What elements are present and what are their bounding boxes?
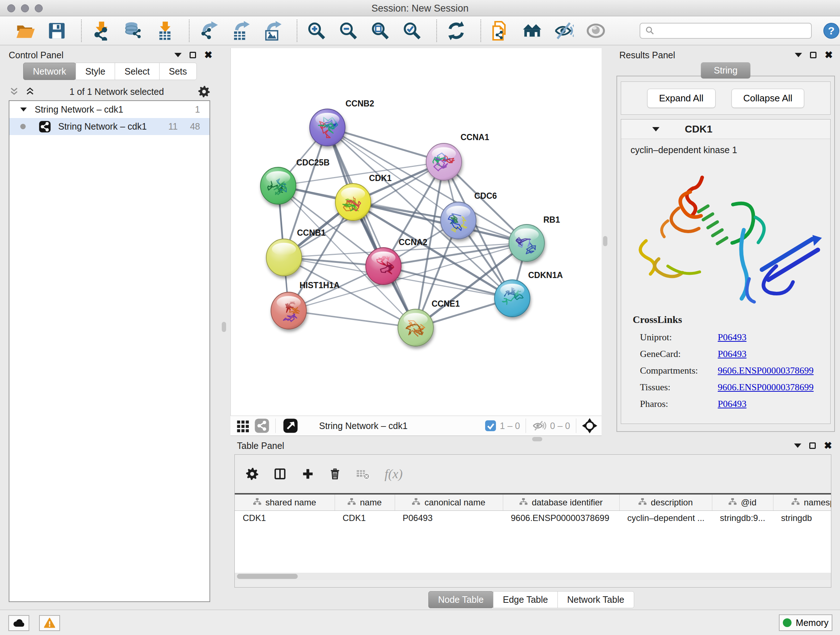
node-CDK1[interactable]: CDK1 bbox=[335, 173, 392, 220]
split-columns-button[interactable] bbox=[273, 467, 287, 480]
memory-button[interactable]: Memory bbox=[779, 614, 832, 631]
table-settings-gear-button[interactable] bbox=[246, 467, 259, 480]
column-header-shared-name[interactable]: shared name bbox=[235, 494, 335, 510]
edge-CCNB2-CCNE1[interactable] bbox=[327, 127, 416, 328]
zoom-fit-button[interactable] bbox=[369, 19, 392, 42]
selected-nodes-checkbox-icon[interactable] bbox=[485, 420, 496, 432]
protein-structure-image bbox=[624, 157, 827, 313]
node-CCNB1[interactable]: CCNB1 bbox=[266, 228, 325, 276]
column-header-name[interactable]: name bbox=[335, 494, 395, 510]
search-input[interactable] bbox=[659, 26, 807, 36]
hide-graphics-icon bbox=[554, 21, 574, 41]
splitter-handle[interactable] bbox=[222, 322, 226, 332]
network-options-gear-icon[interactable] bbox=[198, 86, 210, 98]
help-button[interactable]: ? bbox=[823, 22, 840, 40]
node-HIST1H1A[interactable]: HIST1H1A bbox=[271, 280, 340, 329]
crosslink-link-compartments[interactable]: 9606.ENSP00000378699 bbox=[718, 363, 813, 379]
search-box[interactable] bbox=[639, 23, 812, 39]
splitter-handle[interactable] bbox=[603, 236, 607, 246]
node-CDKN1A[interactable]: CDKN1A bbox=[494, 271, 563, 317]
birds-eye-view-icon[interactable] bbox=[283, 418, 298, 433]
zoom-in-button[interactable] bbox=[305, 19, 328, 42]
save-session-button[interactable] bbox=[46, 19, 68, 42]
tab-string[interactable]: String bbox=[701, 62, 750, 79]
tab-network[interactable]: Network bbox=[23, 63, 76, 80]
zoom-selected-button[interactable] bbox=[401, 19, 423, 42]
zoom-out-button[interactable] bbox=[337, 19, 360, 42]
node-label-CDC25B: CDC25B bbox=[296, 158, 330, 167]
tab-select[interactable]: Select bbox=[115, 63, 159, 80]
entry-expander-icon[interactable] bbox=[652, 127, 660, 131]
panel-float-icon[interactable] bbox=[810, 52, 816, 58]
table-row[interactable]: CDK1CDK1P064939606.ENSP00000378699cyclin… bbox=[235, 510, 831, 526]
edge-RB1-HIST1H1A[interactable] bbox=[289, 243, 527, 310]
cloud-button[interactable] bbox=[8, 615, 29, 631]
panel-float-icon[interactable] bbox=[189, 52, 196, 58]
import-database-button[interactable] bbox=[122, 19, 144, 42]
node-CCNA1[interactable]: CCNA1 bbox=[426, 133, 489, 180]
fit-selected-crosshair-icon[interactable] bbox=[582, 418, 597, 433]
network-collection-row[interactable]: String Network – cdk1 1 bbox=[9, 101, 210, 118]
expand-all-icon[interactable] bbox=[25, 87, 35, 97]
horizontal-scrollbar[interactable] bbox=[235, 573, 831, 580]
node-table: shared namenamecanonical namedatabase id… bbox=[235, 493, 831, 580]
panel-close-icon[interactable]: ✖ bbox=[824, 50, 833, 60]
tab-edge-table[interactable]: Edge Table bbox=[493, 591, 558, 608]
selected-node-edge-count: 1 – 0 bbox=[500, 421, 520, 431]
expand-all-button[interactable]: Expand All bbox=[647, 89, 715, 108]
warnings-button[interactable] bbox=[39, 615, 60, 631]
document-share-button[interactable] bbox=[489, 19, 512, 42]
column-header-namespace[interactable]: namespace bbox=[773, 494, 831, 510]
network-canvas[interactable]: CCNB2 CCNA1 CDC25B CDK1 CDC6 RB1 bbox=[231, 48, 602, 416]
delete-column-button[interactable] bbox=[329, 467, 341, 480]
grid-view-icon[interactable] bbox=[236, 419, 249, 432]
crosslink-link-uniprot[interactable]: P06493 bbox=[718, 329, 746, 346]
crosslink-label: Pharos: bbox=[640, 396, 718, 412]
tab-network-table[interactable]: Network Table bbox=[557, 591, 634, 608]
import-table-button[interactable] bbox=[153, 19, 176, 42]
panel-close-icon[interactable]: ✖ bbox=[824, 441, 832, 451]
refresh-button[interactable] bbox=[445, 19, 467, 42]
add-column-button[interactable] bbox=[302, 467, 314, 480]
node-CCNE1[interactable]: CCNE1 bbox=[398, 299, 460, 346]
panel-float-icon[interactable] bbox=[809, 442, 816, 449]
collapse-all-button[interactable]: Collapse All bbox=[731, 89, 805, 108]
node-label-HIST1H1A: HIST1H1A bbox=[300, 280, 340, 290]
tab-node-table[interactable]: Node Table bbox=[428, 591, 493, 608]
crosslink-link-tissues[interactable]: 9606.ENSP00000378699 bbox=[718, 379, 813, 396]
network-share-view-icon[interactable] bbox=[254, 418, 270, 433]
edge-CDK1-RB1[interactable] bbox=[353, 202, 527, 243]
crosslink-link-genecard[interactable]: P06493 bbox=[718, 346, 746, 363]
node-RB1[interactable]: RB1 bbox=[509, 215, 560, 261]
hide-graphics-button[interactable] bbox=[553, 19, 575, 42]
export-network-button[interactable] bbox=[197, 19, 220, 42]
column-header-database-identifier[interactable]: database identifier bbox=[503, 494, 619, 510]
column-header-description[interactable]: description bbox=[619, 494, 712, 510]
panel-menu-icon[interactable] bbox=[795, 53, 802, 57]
current-network-bullet-icon bbox=[20, 124, 26, 129]
panel-menu-icon[interactable] bbox=[794, 443, 801, 448]
column-header-canonical-name[interactable]: canonical name bbox=[395, 494, 503, 510]
edge-CCNB2-CCNA1[interactable] bbox=[327, 127, 444, 162]
export-table-button[interactable] bbox=[229, 19, 252, 42]
column-header--id[interactable]: @id bbox=[712, 494, 773, 510]
export-image-button[interactable] bbox=[261, 19, 284, 42]
show-graphics-button[interactable] bbox=[584, 19, 607, 42]
cdk1-entry-header[interactable]: CDK1 bbox=[621, 119, 830, 139]
edge-HIST1H1A-CCNE1[interactable] bbox=[289, 310, 416, 328]
houses-button[interactable] bbox=[521, 19, 543, 42]
hierarchy-icon bbox=[729, 497, 737, 508]
tab-style[interactable]: Style bbox=[76, 63, 115, 80]
tab-sets[interactable]: Sets bbox=[159, 63, 197, 80]
crosslink-link-pharos[interactable]: P06493 bbox=[718, 396, 746, 412]
panel-close-icon[interactable]: ✖ bbox=[204, 50, 212, 60]
collapse-all-icon[interactable] bbox=[9, 87, 19, 97]
panel-menu-icon[interactable] bbox=[174, 53, 182, 57]
edge-layer bbox=[278, 127, 527, 328]
network-row-selected[interactable]: String Network – cdk1 11 48 bbox=[9, 118, 210, 135]
open-session-button[interactable] bbox=[14, 19, 36, 42]
import-network-button[interactable] bbox=[90, 19, 112, 42]
tree-expander-icon[interactable] bbox=[20, 108, 27, 111]
table-cell: CDK1 bbox=[235, 510, 335, 526]
scrollbar-thumb[interactable] bbox=[237, 574, 298, 579]
